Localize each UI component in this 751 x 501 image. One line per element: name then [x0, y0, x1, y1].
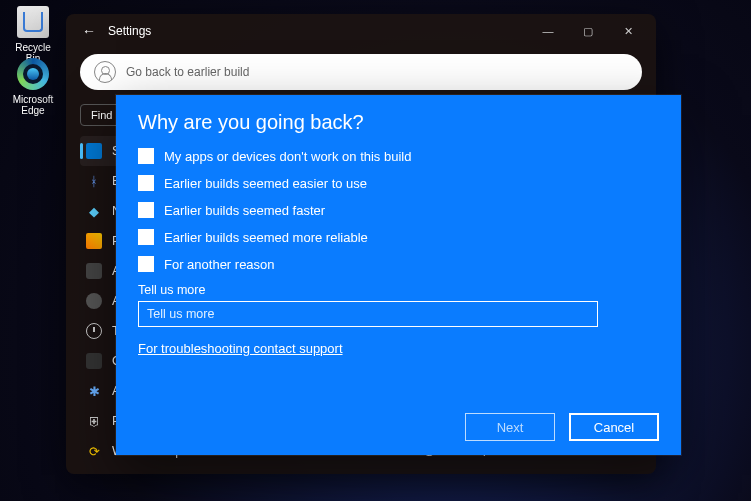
recycle-bin-icon — [17, 6, 49, 38]
checkbox[interactable] — [138, 175, 154, 191]
window-title: Settings — [108, 24, 151, 38]
reason-option-reliable[interactable]: Earlier builds seemed more reliable — [138, 229, 659, 245]
bluetooth-icon: ᚼ — [86, 173, 102, 189]
brush-icon — [86, 233, 102, 249]
next-button[interactable]: Next — [465, 413, 555, 441]
edge-icon — [17, 58, 49, 90]
reason-option-easier[interactable]: Earlier builds seemed easier to use — [138, 175, 659, 191]
breadcrumb-text: Go back to earlier build — [126, 65, 249, 79]
close-button[interactable]: ✕ — [608, 17, 648, 45]
account-icon — [86, 293, 102, 309]
reason-option-apps[interactable]: My apps or devices don't work on this bu… — [138, 148, 659, 164]
desktop-icon-edge[interactable]: Microsoft Edge — [8, 58, 58, 116]
shield-icon: ⛨ — [86, 413, 102, 429]
tell-us-more-input[interactable] — [138, 301, 598, 327]
gaming-icon — [86, 353, 102, 369]
tell-us-more-label: Tell us more — [138, 283, 659, 297]
cancel-button[interactable]: Cancel — [569, 413, 659, 441]
checkbox[interactable] — [138, 229, 154, 245]
back-button[interactable]: ← — [82, 23, 102, 39]
breadcrumb-pill[interactable]: Go back to earlier build — [80, 54, 642, 90]
minimize-button[interactable]: — — [528, 17, 568, 45]
maximize-button[interactable]: ▢ — [568, 17, 608, 45]
desktop-icon-recycle-bin[interactable]: Recycle Bin — [8, 6, 58, 64]
desktop-icon-label: Microsoft Edge — [8, 94, 58, 116]
system-icon — [86, 143, 102, 159]
troubleshoot-support-link[interactable]: For troubleshooting contact support — [138, 341, 343, 356]
wifi-icon: ◆ — [86, 203, 102, 219]
checkbox[interactable] — [138, 202, 154, 218]
reason-option-faster[interactable]: Earlier builds seemed faster — [138, 202, 659, 218]
dialog-title: Why are you going back? — [138, 111, 659, 134]
clock-icon — [86, 323, 102, 339]
update-icon: ⟳ — [86, 443, 102, 459]
apps-icon — [86, 263, 102, 279]
accessibility-icon: ✱ — [86, 383, 102, 399]
checkbox[interactable] — [138, 148, 154, 164]
checkbox[interactable] — [138, 256, 154, 272]
reason-option-other[interactable]: For another reason — [138, 256, 659, 272]
titlebar: ← Settings — ▢ ✕ — [66, 14, 656, 48]
user-icon — [94, 61, 116, 83]
rollback-dialog: Why are you going back? My apps or devic… — [116, 95, 681, 455]
